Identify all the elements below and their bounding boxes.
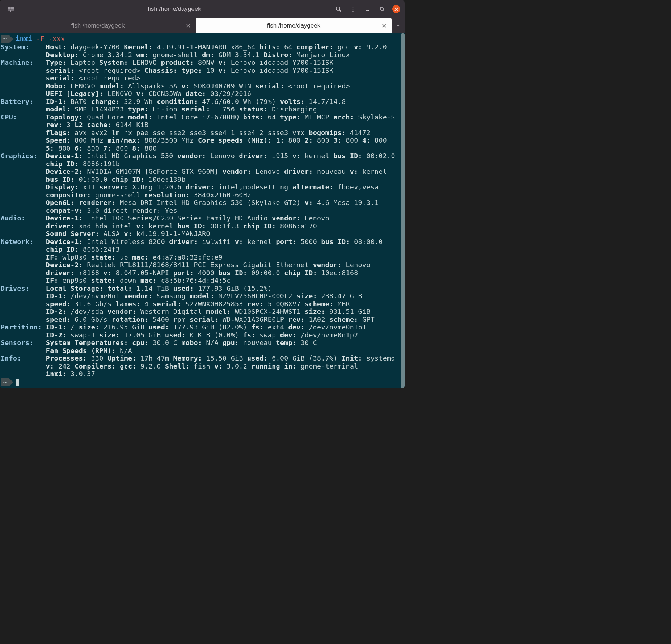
svg-point-6 <box>352 10 353 12</box>
tab-2[interactable]: fish /home/daygeek ✕ <box>196 18 392 33</box>
svg-point-2 <box>336 7 340 10</box>
tab-close-icon[interactable]: ✕ <box>381 22 387 30</box>
window-title: fish /home/daygeek <box>14 5 334 13</box>
terminal-window: fish /home/daygeek fish /home/daygeek ✕ <box>0 0 405 388</box>
svg-point-5 <box>352 8 353 9</box>
titlebar: fish /home/daygeek <box>0 0 405 18</box>
search-icon[interactable] <box>334 5 342 13</box>
maximize-icon[interactable] <box>378 5 386 13</box>
command: inxi <box>16 35 32 42</box>
cursor[interactable] <box>16 379 19 386</box>
prompt-cwd: ~ <box>1 378 9 386</box>
tab-bar: fish /home/daygeek ✕ fish /home/daygeek … <box>0 18 405 33</box>
tab-close-icon[interactable]: ✕ <box>186 22 191 30</box>
prompt-arrow-icon <box>9 35 13 43</box>
svg-line-3 <box>339 10 341 12</box>
command-args: -F -xxx <box>36 35 65 42</box>
terminal-scrollback[interactable]: ~inxi -F -xxx System: Host: daygeek-Y700… <box>0 33 405 388</box>
kebab-menu-icon[interactable] <box>349 5 357 13</box>
window-controls <box>334 5 400 13</box>
terminal-app-icon <box>7 5 14 13</box>
minimize-icon[interactable] <box>363 5 371 13</box>
tab-1[interactable]: fish /home/daygeek ✕ <box>0 18 196 33</box>
close-button[interactable] <box>392 5 400 13</box>
svg-point-4 <box>352 6 353 7</box>
prompt-arrow-icon <box>9 378 13 386</box>
tab-label: fish /home/daygeek <box>71 22 125 29</box>
tab-label: fish /home/daygeek <box>267 22 320 29</box>
scrollbar-thumb[interactable] <box>401 33 405 388</box>
prompt-cwd: ~ <box>1 35 9 43</box>
terminal-output: ~inxi -F -xxx System: Host: daygeek-Y700… <box>1 35 404 386</box>
tab-dropdown[interactable] <box>392 18 405 33</box>
